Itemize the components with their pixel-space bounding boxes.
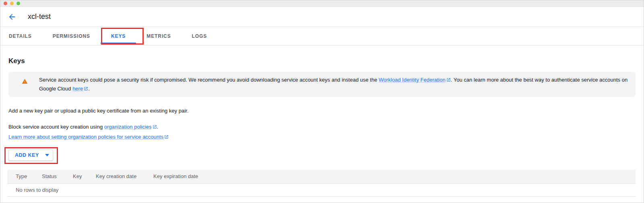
tab-details[interactable]: DETAILS	[0, 27, 42, 45]
link-label: here	[72, 86, 83, 92]
open-in-new-icon	[84, 85, 88, 89]
organization-policies-link[interactable]: organization policies	[104, 124, 157, 130]
tab-permissions[interactable]: PERMISSIONS	[42, 27, 101, 45]
open-in-new-icon	[153, 124, 157, 129]
arrow-back-icon	[8, 16, 17, 23]
app-header: xcl-test	[0, 7, 644, 27]
banner-text-segment: .	[88, 86, 90, 92]
column-header-key-expiration-date: Key expiration date	[153, 170, 636, 183]
column-header-type: Type	[7, 170, 42, 183]
tab-bar: DETAILS PERMISSIONS KEYS METRICS LOGS	[0, 27, 644, 45]
arrow-drop-down-icon	[45, 154, 49, 156]
tab-metrics[interactable]: METRICS	[136, 27, 181, 45]
empty-state-text: No rows to display	[7, 183, 636, 196]
link-label: Workload Identity Federation	[379, 77, 446, 83]
window-titlebar	[0, 0, 644, 7]
text-segment: .	[157, 124, 159, 130]
link-label: organization policies	[104, 124, 152, 130]
tab-logs[interactable]: LOGS	[182, 27, 218, 45]
close-window-icon[interactable]	[4, 2, 7, 5]
keys-table: Type Status Key Key creation date Key ex…	[7, 170, 636, 197]
table-empty-row: No rows to display	[7, 183, 636, 196]
block-creation-text: Block service account key creation using…	[8, 124, 635, 130]
workload-identity-federation-link[interactable]: Workload Identity Federation	[379, 77, 451, 83]
add-key-button[interactable]: ADD KEY	[8, 150, 53, 161]
open-in-new-icon	[164, 134, 169, 139]
text-segment: Block service account key creation using	[8, 124, 104, 130]
page-title: xcl-test	[28, 12, 51, 21]
warning-banner-text: Service account keys could pose a securi…	[39, 76, 629, 93]
table-header-row: Type Status Key Key creation date Key ex…	[7, 170, 636, 183]
red-annotation-box-add-key: ADD KEY	[4, 147, 58, 164]
back-button[interactable]	[8, 12, 17, 21]
open-in-new-icon	[446, 76, 451, 80]
section-heading: Keys	[8, 57, 635, 65]
column-header-key-creation-date: Key creation date	[96, 170, 153, 183]
here-link[interactable]: here	[72, 86, 88, 92]
add-key-description: Add a new key pair or upload a public ke…	[8, 108, 635, 114]
add-key-button-label: ADD KEY	[15, 152, 39, 158]
warning-triangle-icon	[22, 78, 28, 93]
column-header-key: Key	[73, 170, 96, 183]
warning-banner: Service account keys could pose a securi…	[8, 72, 636, 97]
zoom-window-icon[interactable]	[17, 2, 20, 5]
link-label: Learn more about setting organization po…	[8, 134, 163, 140]
main-content: Keys Service account keys could pose a s…	[0, 57, 644, 197]
learn-more-line: Learn more about setting organization po…	[8, 134, 635, 140]
minimize-window-icon[interactable]	[10, 2, 14, 5]
tab-keys[interactable]: KEYS	[101, 27, 136, 45]
banner-text-segment: Service account keys could pose a securi…	[39, 77, 379, 83]
column-header-status: Status	[42, 170, 73, 183]
learn-more-link[interactable]: Learn more about setting organization po…	[8, 134, 169, 140]
